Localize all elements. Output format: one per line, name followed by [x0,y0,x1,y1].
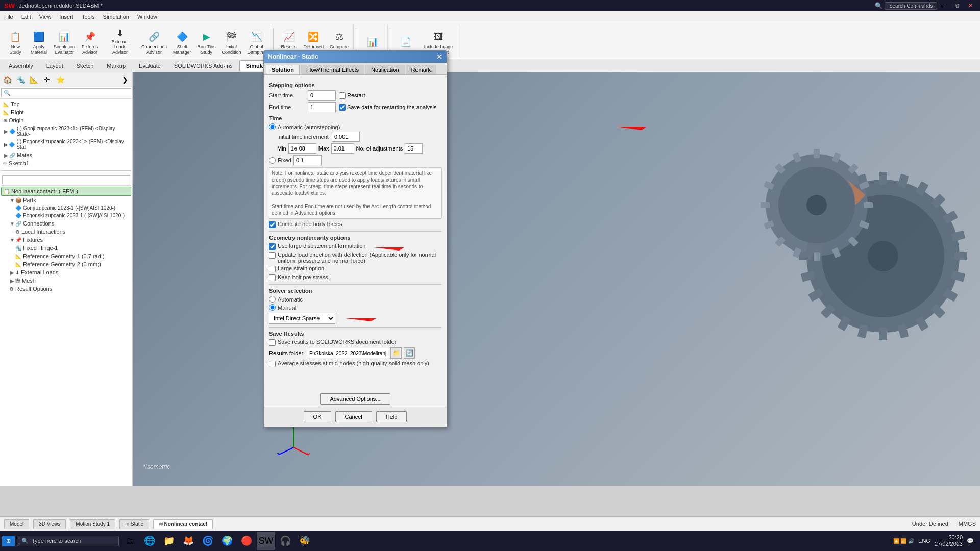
ok-button[interactable]: OK [304,411,331,422]
taskbar-app-3[interactable]: 📁 [160,532,178,550]
tree-item-ref-geo-2[interactable]: 📐 Reference Geometry-2 (0 mm;) [1,260,131,268]
restore-button[interactable]: ⧉ [952,2,963,10]
tree-item-gonji-part[interactable]: 🔷 Gonji zupcanic 2023-1 (-[SW]AISI 1020-… [1,204,131,212]
restart-checkbox[interactable] [339,92,346,99]
fixed-radio[interactable] [269,157,276,164]
tree-item-mesh[interactable]: ▶ 🕸 Mesh [1,277,131,285]
sidebar-icon-2[interactable]: 🔩 [14,73,27,86]
tree-item-sketch1[interactable]: ✏ Sketch1 [1,159,131,167]
min-input[interactable] [288,143,316,154]
notification-icon[interactable]: 💬 [967,538,974,544]
fixed-input[interactable] [293,155,322,165]
taskbar-app-solidworks[interactable]: SW [257,532,275,550]
initial-time-input[interactable] [332,132,360,142]
tree-item-nonlinear-contact[interactable]: 📋 Nonlinear contact* (-FEM-) [1,187,131,196]
menu-view[interactable]: View [35,13,56,21]
help-button[interactable]: Help [376,411,407,422]
max-input[interactable] [331,143,354,154]
results-folder-input[interactable] [307,348,388,358]
sidebar-icon-5[interactable]: ⭐ [54,73,66,86]
cancel-button[interactable]: Cancel [335,411,372,422]
status-tab-model[interactable]: Model [4,519,29,529]
refresh-folder-button[interactable]: 🔄 [404,347,415,359]
sidebar-filter-input[interactable] [1,88,131,97]
menu-simulation[interactable]: Simulation [99,13,133,21]
external-loads-button[interactable]: ⬇ External LoadsAdvisor [102,26,138,57]
sidebar-icon-4[interactable]: ✛ [41,73,53,86]
menu-file[interactable]: File [0,13,17,21]
status-tab-static[interactable]: ≋ Static [119,519,149,529]
new-study-button[interactable]: 📋 NewStudy [4,26,27,57]
search-bar[interactable]: 🔍 Type here to search [17,536,119,546]
tree-item-pogo-part[interactable]: 🔷 Pogonski zupcanic 2023-1 (-[SW]AISI 10… [1,212,131,219]
solver-auto-radio[interactable] [269,296,276,303]
large-displacement-checkbox[interactable] [269,243,276,250]
tree-item-external-loads[interactable]: ▶ ⬇ External Loads [1,268,131,277]
tree-item-gonji[interactable]: ▶ 🔷 (-) Gonji zupcanic 2023<1> (FEM) <Di… [1,124,131,138]
tab-sketch[interactable]: Sketch [70,60,101,71]
browse-folder-button[interactable]: 📁 [390,347,402,359]
tab-markup[interactable]: Markup [100,60,132,71]
dialog-tab-notification[interactable]: Notification [365,65,404,74]
tree-item-mates[interactable]: ▶ 🔗 Mates [1,151,131,159]
status-tab-nonlinear[interactable]: ≋ Nonlinear contact [153,519,213,529]
taskbar-app-9[interactable]: 🐝 [296,532,314,550]
advanced-options-button[interactable]: Advanced Options... [320,393,390,405]
status-tab-motion[interactable]: Motion Study 1 [70,519,115,529]
study-filter-input[interactable] [2,175,130,184]
search-bar[interactable]: Search Commands [885,2,938,10]
tree-item-top[interactable]: 📐 Top [1,100,131,108]
start-button[interactable]: ⊞ [2,536,15,546]
tree-item-result-options[interactable]: ⚙ Result Options [1,285,131,293]
status-tab-3dviews[interactable]: 3D Views [33,519,66,529]
initial-condition-button[interactable]: 🏁 InitialCondition [219,26,243,57]
average-stresses-checkbox[interactable] [269,361,276,367]
adjustments-input[interactable] [405,143,423,154]
menu-tools[interactable]: Tools [78,13,99,21]
large-strain-checkbox[interactable] [269,266,276,272]
dialog-tab-flow[interactable]: Flow/Thermal Effects [301,65,364,74]
minimize-button[interactable]: ─ [939,2,950,10]
tab-assembly[interactable]: Assembly [2,60,40,71]
auto-stepping-radio[interactable] [269,123,276,130]
tab-layout[interactable]: Layout [40,60,70,71]
dialog-tab-remark[interactable]: Remark [406,65,437,74]
tree-item-local-interactions[interactable]: ⚙ Local Interactions [1,228,131,236]
end-time-input[interactable] [308,102,336,112]
tree-item-right[interactable]: 📐 Right [1,108,131,116]
sidebar-expand-btn[interactable]: ❯ [119,73,131,86]
shell-manager-button[interactable]: 🔷 ShellManager [170,26,194,57]
tree-item-fixtures[interactable]: ▼ 📌 Fixtures [1,236,131,244]
close-button[interactable]: ✕ [965,2,976,10]
sidebar-icon-3[interactable]: 📐 [28,73,40,86]
save-data-checkbox[interactable] [339,104,346,111]
apply-material-button[interactable]: 🟦 ApplyMaterial [28,26,50,57]
dialog-close-button[interactable]: ✕ [436,53,443,61]
run-study-button[interactable]: ▶ Run ThisStudy [195,26,218,57]
solver-select[interactable]: Intel Direct Sparse FFEPlus Direct Spars… [269,313,335,324]
tree-item-ref-geo-1[interactable]: 📐 Reference Geometry-1 (0.7 rad;) [1,252,131,260]
taskbar-app-5[interactable]: 🌀 [199,532,217,550]
update-load-checkbox[interactable] [269,252,276,259]
taskbar-app-6[interactable]: 🌍 [218,532,236,550]
solver-manual-radio[interactable] [269,304,276,311]
fixtures-advisor-button[interactable]: 📌 FixturesAdvisor [79,26,101,57]
taskbar-app-4[interactable]: 🦊 [179,532,198,550]
taskbar-app-1[interactable]: 🗂 [121,532,139,550]
taskbar-app-8[interactable]: 🎧 [276,532,295,550]
tab-evaluate[interactable]: Evaluate [132,60,167,71]
taskbar-app-7[interactable]: 🔴 [237,532,256,550]
menu-window[interactable]: Window [133,13,161,21]
tree-item-connections[interactable]: ▼ 🔗 Connections [1,219,131,228]
keep-bolt-checkbox[interactable] [269,274,276,281]
save-to-solidworks-checkbox[interactable] [269,339,276,346]
menu-insert[interactable]: Insert [55,13,78,21]
menu-edit[interactable]: Edit [17,13,35,21]
simulation-evaluator-button[interactable]: 📊 SimulationEvaluator [51,26,78,57]
tree-item-parts[interactable]: ▼ 📦 Parts [1,196,131,204]
taskbar-app-2[interactable]: 🌐 [140,532,159,550]
tree-item-pogo[interactable]: ▶ 🔷 (-) Pogonski zupcanic 2023<1> (FEM) … [1,138,131,151]
tab-solidworks-addins[interactable]: SOLIDWORKS Add-Ins [167,60,239,71]
dialog-tab-solution[interactable]: Solution [266,65,300,74]
sidebar-icon-1[interactable]: 🏠 [1,73,13,86]
